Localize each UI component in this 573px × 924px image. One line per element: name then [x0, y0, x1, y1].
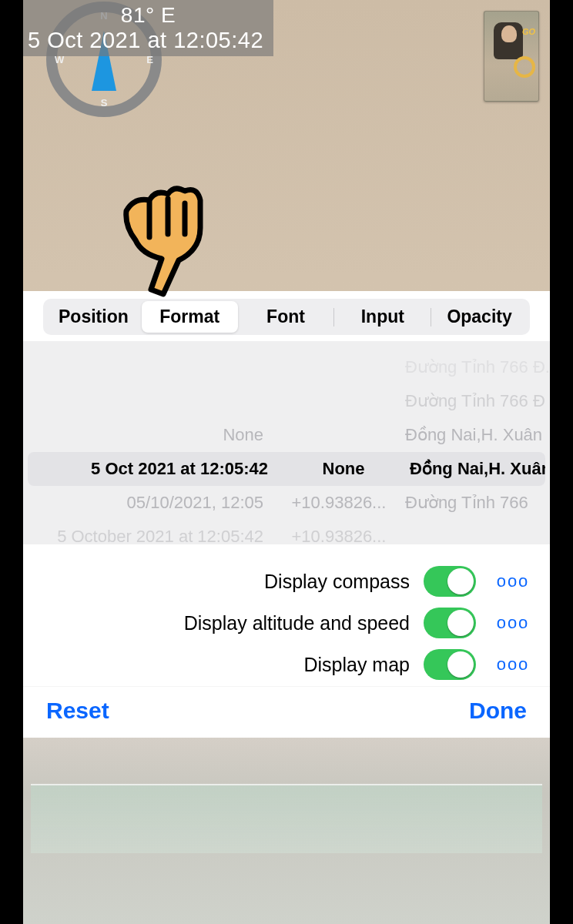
display-toggles: Display compass ooo Display altitude and…: [23, 544, 550, 686]
toggle-label: Display compass: [264, 571, 410, 593]
thumbnail-badge: GO: [522, 27, 535, 36]
reset-button[interactable]: Reset: [46, 698, 109, 724]
toggle-row-compass: Display compass ooo: [37, 566, 536, 597]
picker-col-address: Đường Tỉnh 766 Đ: [400, 391, 550, 411]
picker-row-selected[interactable]: 5 Oct 2021 at 12:05:42 None Đồng Nai,H. …: [28, 452, 545, 486]
timestamp-text: 5 Oct 2021 at 12:05:42: [28, 28, 269, 53]
picker-col-address: Đường Tỉnh 766 Đ.: [400, 357, 550, 377]
picker-col-date: 05/10/2021, 12:05: [23, 493, 277, 513]
toggle-switch-map[interactable]: [424, 649, 476, 680]
done-button[interactable]: Done: [469, 698, 527, 724]
toggle-switch-compass[interactable]: [424, 566, 476, 597]
pointer-hand-icon: [99, 183, 222, 306]
picker-row[interactable]: Đường Tỉnh 766 Đ.: [23, 350, 550, 384]
toggle-row-altitude-speed: Display altitude and speed ooo: [37, 608, 536, 638]
picker-row[interactable]: None Đồng Nai,H. Xuân: [23, 418, 550, 452]
toggle-row-map: Display map ooo: [37, 649, 536, 680]
switch-knob: [447, 651, 474, 678]
settings-sheet: Position Format Font Input Opacity Đường…: [23, 291, 550, 738]
switch-knob: [447, 610, 474, 636]
toggle-label: Display altitude and speed: [184, 612, 410, 634]
tab-opacity[interactable]: Opacity: [431, 301, 528, 333]
tab-font[interactable]: Font: [238, 301, 334, 333]
picker-col-date: None: [23, 425, 277, 445]
toggle-options-compass[interactable]: ooo: [490, 571, 536, 591]
picker-col-address: Đồng Nai,H. Xuân: [400, 425, 550, 445]
picker-col-address: Đồng Nai,H. Xuân: [405, 459, 545, 479]
toggle-label: Display map: [303, 654, 410, 676]
background-lower: [23, 738, 550, 924]
toggle-options-map[interactable]: ooo: [490, 654, 536, 675]
photo-thumbnail[interactable]: GO: [484, 11, 539, 102]
toggle-options-altitude-speed[interactable]: ooo: [490, 613, 536, 633]
format-picker[interactable]: Đường Tỉnh 766 Đ. Đường Tỉnh 766 Đ None …: [23, 341, 550, 544]
thumbnail-face: [501, 25, 517, 42]
thumbnail-ring-icon: [514, 56, 535, 78]
photo-caption-overlay: 81° E 5 Oct 2021 at 12:05:42: [23, 0, 273, 56]
switch-knob: [447, 568, 474, 594]
picker-col-coord: +10.93826...: [277, 527, 400, 544]
picker-row[interactable]: Đường Tỉnh 766 Đ: [23, 384, 550, 418]
background-table: [31, 784, 542, 853]
toggle-switch-altitude-speed[interactable]: [424, 608, 476, 638]
picker-col-date: 5 October 2021 at 12:05:42: [23, 527, 277, 544]
picker-row[interactable]: 5 October 2021 at 12:05:42 +10.93826...: [23, 520, 550, 544]
bearing-text: 81° E: [28, 3, 269, 28]
picker-col-address: Đường Tỉnh 766: [400, 493, 550, 513]
compass-s-label: S: [101, 97, 108, 109]
tab-input[interactable]: Input: [334, 301, 431, 333]
picker-row[interactable]: 05/10/2021, 12:05 +10.93826... Đường Tỉn…: [23, 486, 550, 520]
picker-col-coord: None: [282, 459, 405, 479]
picker-col-coord: +10.93826...: [277, 493, 400, 513]
sheet-footer: Reset Done: [23, 686, 550, 738]
picker-col-date: 5 Oct 2021 at 12:05:42: [28, 459, 282, 479]
app-screen: N S E W 81° E 5 Oct 2021 at 12:05:42 GO: [23, 0, 550, 924]
